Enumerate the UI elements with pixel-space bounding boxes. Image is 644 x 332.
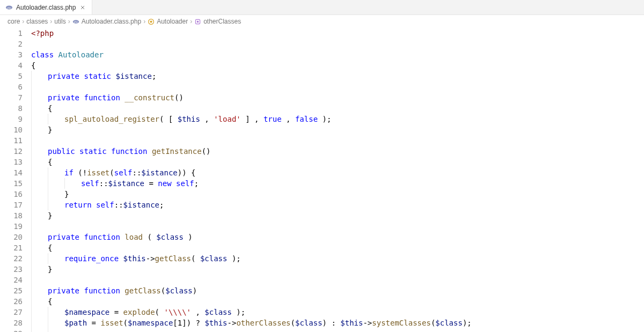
line-number: 8 [0,103,23,114]
line-number: 26 [0,296,23,307]
breadcrumb-item[interactable]: core [8,18,20,25]
editor-tab[interactable]: php Autoloader.class.php [0,0,92,14]
code-line[interactable]: spl_autoload_register( [ $this , 'load' … [31,114,644,124]
code-line[interactable]: return self::$istance; [31,200,644,210]
line-number: 27 [0,307,23,318]
line-number: 6 [0,82,23,92]
line-number: 13 [0,157,23,167]
line-number: 23 [0,264,23,275]
line-number: 21 [0,242,23,253]
line-number: 18 [0,210,23,221]
code-line[interactable]: { [31,103,644,114]
line-number: 1 [0,28,23,39]
line-number: 24 [0,275,23,285]
code-line[interactable]: self::$istance = new self; [31,178,644,189]
line-number: 9 [0,114,23,124]
chevron-right-icon: › [143,18,145,25]
breadcrumb-item[interactable]: utils [54,18,65,25]
code-line[interactable]: } [31,210,644,221]
line-number: 15 [0,178,23,189]
code-line[interactable]: { [31,157,644,167]
code-line[interactable]: private function load ( $class ) [31,232,644,242]
code-line[interactable]: } [31,124,644,135]
code-line[interactable] [31,39,644,49]
breadcrumb-item[interactable]: Autoloader.class.php [82,18,141,25]
line-number: 2 [0,39,23,49]
breadcrumb-item[interactable]: Autoloader [157,18,188,25]
php-icon: php [5,4,13,11]
code-line[interactable] [31,221,644,232]
breadcrumb-item[interactable]: otherClasses [203,18,241,25]
code-line[interactable] [31,328,644,332]
code-line[interactable]: require_once $this->getClass( $class ); [31,253,644,264]
svg-text:php: php [7,6,11,9]
code-line[interactable]: { [31,242,644,253]
breadcrumb: core›classes›utils›phpAutoloader.class.p… [0,15,644,28]
code-line[interactable]: } [31,189,644,200]
line-number-gutter: 1234567891011121314151617181920212223242… [0,28,31,332]
line-number: 19 [0,221,23,232]
code-line[interactable]: class Autoloader [31,49,644,60]
line-number: 20 [0,232,23,242]
line-number: 3 [0,49,23,60]
chevron-right-icon: › [190,18,192,25]
svg-point-5 [150,20,152,23]
code-line[interactable] [31,135,644,146]
code-editor[interactable]: 1234567891011121314151617181920212223242… [0,28,644,332]
code-line[interactable]: private function __construct() [31,92,644,103]
code-line[interactable]: private function getClass($class) [31,285,644,296]
breadcrumb-item[interactable]: classes [26,18,48,25]
line-number: 12 [0,146,23,157]
line-number: 28 [0,318,23,328]
code-line[interactable]: { [31,296,644,307]
code-content[interactable]: <?phpclass Autoloader{private static $is… [31,28,644,332]
chevron-right-icon: › [50,18,52,25]
tab-bar: php Autoloader.class.php [0,0,644,15]
line-number: 16 [0,189,23,200]
code-line[interactable]: public static function getInstance() [31,146,644,157]
tab-label: Autoloader.class.php [16,4,76,11]
line-number: 10 [0,124,23,135]
close-icon[interactable] [79,4,86,11]
code-line[interactable]: <?php [31,28,644,39]
line-number: 5 [0,71,23,82]
code-line[interactable]: if (!isset(self::$istance)) { [31,167,644,178]
code-line[interactable] [31,275,644,285]
chevron-right-icon: › [68,18,70,25]
code-line[interactable]: { [31,60,644,71]
code-line[interactable]: $path = isset($namespace[1]) ? $this->ot… [31,318,644,328]
code-line[interactable] [31,82,644,92]
svg-rect-7 [197,20,199,22]
line-number: 4 [0,60,23,71]
code-line[interactable]: private static $istance; [31,71,644,82]
svg-text:php: php [74,20,78,23]
method-icon [194,18,201,25]
line-number: 14 [0,167,23,178]
code-line[interactable]: } [31,264,644,275]
line-number: 29 [0,328,23,332]
line-number: 25 [0,285,23,296]
class-icon [148,18,155,25]
chevron-right-icon: › [22,18,24,25]
code-line[interactable]: $namespace = explode( '\\\\' , $class ); [31,307,644,318]
php-icon: php [72,18,79,25]
line-number: 7 [0,92,23,103]
line-number: 17 [0,200,23,210]
line-number: 22 [0,253,23,264]
line-number: 11 [0,135,23,146]
